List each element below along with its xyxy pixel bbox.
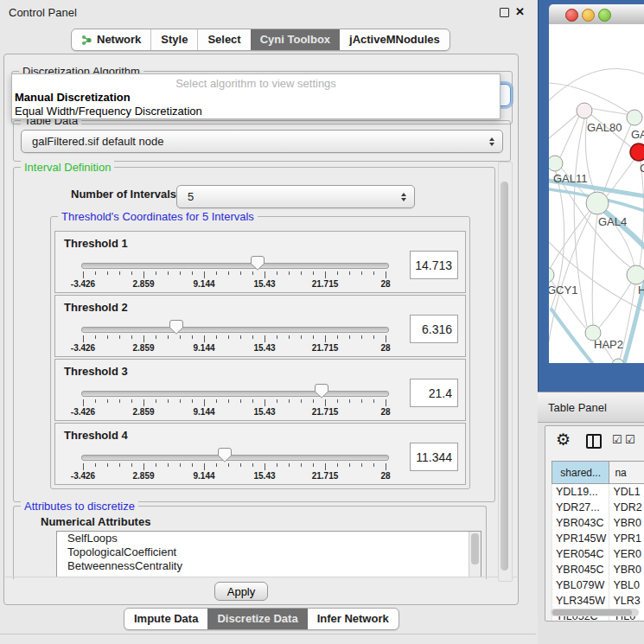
table-cell[interactable]: YBR043C xyxy=(552,515,609,531)
network-node-GAL80[interactable] xyxy=(577,103,592,118)
traffic-light-minimize[interactable] xyxy=(582,9,595,22)
network-edge[interactable] xyxy=(549,114,577,138)
table-row[interactable]: YDR27...YDR2 xyxy=(552,500,644,515)
table-column-header[interactable]: shared... xyxy=(552,462,609,484)
tick-label: 9.144 xyxy=(193,407,214,417)
threshold-slider-thumb[interactable] xyxy=(218,448,232,462)
tick-label: -3.426 xyxy=(71,279,95,289)
tick-mark xyxy=(361,399,362,403)
panel-scrollbar[interactable] xyxy=(498,162,513,582)
table-cell[interactable]: YPR145W xyxy=(552,531,609,546)
tick-mark xyxy=(277,271,277,275)
tab-network[interactable]: Network xyxy=(72,29,150,50)
float-window-icon[interactable] xyxy=(500,8,509,17)
tick-mark xyxy=(83,335,84,342)
table-row[interactable]: YER054CYER0 xyxy=(552,546,644,562)
table-cell[interactable]: YER0 xyxy=(609,546,644,562)
threshold-slider-thumb[interactable] xyxy=(315,384,328,399)
table-cell[interactable]: YBR0 xyxy=(609,515,644,531)
network-node-GCY1[interactable] xyxy=(549,267,554,283)
table-row[interactable]: YDL19...YDL1 xyxy=(552,484,644,501)
network-canvas[interactable]: GAL80GACGAL11GAL4GCY1HHAP2 xyxy=(549,24,644,363)
network-node-H-cut[interactable] xyxy=(627,265,644,284)
threshold-value-field[interactable]: 6.316 xyxy=(410,315,458,343)
threshold-value-field[interactable]: 21.4 xyxy=(410,379,458,407)
table-data-select[interactable]: galFiltered.sif default node xyxy=(21,130,503,153)
threshold-slider-thumb[interactable] xyxy=(251,256,265,271)
threshold-slider-track[interactable] xyxy=(81,391,389,397)
threshold-slider-thumb[interactable] xyxy=(169,320,183,335)
network-node-label: GAL11 xyxy=(553,172,588,185)
network-node-GAL11[interactable] xyxy=(549,156,563,171)
threshold-value-field[interactable]: 11.344 xyxy=(410,443,458,471)
table-row[interactable]: YBR045CYBR0 xyxy=(552,562,644,577)
network-window-titlebar[interactable] xyxy=(549,4,644,25)
network-graph[interactable]: GAL80GACGAL11GAL4GCY1HHAP2 xyxy=(549,24,644,363)
tab-jactivemnodules[interactable]: jActiveMNodules xyxy=(340,29,450,50)
table-cell[interactable]: YBR045C xyxy=(552,562,609,577)
table-row[interactable]: YBL079WYBL0 xyxy=(552,577,644,593)
table-row[interactable]: YBR043CYBR0 xyxy=(552,515,644,531)
tab-impute-data[interactable]: Impute Data xyxy=(124,609,207,629)
threshold-panel: Threshold 4-3.4262.8599.14415.4321.71528… xyxy=(54,423,466,485)
table-cell[interactable]: YDR27... xyxy=(552,500,609,515)
network-edge[interactable] xyxy=(589,108,631,115)
network-edge[interactable] xyxy=(599,282,632,328)
table-row[interactable]: YPR145WYPR1 xyxy=(552,531,644,546)
network-edge[interactable] xyxy=(550,211,590,269)
number-of-intervals-select[interactable]: 5 xyxy=(176,185,415,208)
checkbox-icon[interactable]: ☑ xyxy=(612,433,622,446)
table-hscrollbar[interactable] xyxy=(551,609,639,616)
attribute-list-item[interactable]: TopologicalCoefficient xyxy=(57,545,481,559)
checkbox-icon[interactable]: ☑ xyxy=(625,433,635,446)
tab-select[interactable]: Select xyxy=(197,29,250,50)
tick-label: 21.715 xyxy=(312,471,339,481)
tab-infer-network[interactable]: Infer Network xyxy=(308,609,399,629)
gear-icon[interactable]: ⚙ xyxy=(556,430,571,450)
network-node-red-node[interactable] xyxy=(630,143,644,161)
network-node-GAL4[interactable] xyxy=(586,192,609,214)
tick-mark xyxy=(204,335,205,342)
algorithm-option[interactable]: Manual Discretization xyxy=(12,91,500,105)
table-cell[interactable]: YPR1 xyxy=(609,531,644,546)
split-columns-icon[interactable] xyxy=(586,434,602,449)
tab-label: Select xyxy=(207,29,240,50)
tick-mark xyxy=(349,271,350,275)
divider xyxy=(5,577,517,577)
threshold-slider-track[interactable] xyxy=(81,263,389,269)
tab-discretize-data[interactable]: Discretize Data xyxy=(207,609,307,629)
table-cell[interactable]: YDL19... xyxy=(552,484,609,501)
table-cell[interactable]: YLR3 xyxy=(609,593,644,609)
table-cell[interactable]: YER054C xyxy=(552,546,609,562)
table-cell[interactable]: YLR345W xyxy=(552,593,609,609)
attribute-list-item[interactable]: SelfLoops xyxy=(57,532,481,545)
table-cell[interactable]: YDL1 xyxy=(609,484,644,501)
network-edge[interactable] xyxy=(560,116,579,157)
network-node-partial-bottom[interactable] xyxy=(612,359,624,363)
tick-mark xyxy=(277,463,277,467)
threshold-slider-track[interactable] xyxy=(81,327,389,333)
table-row[interactable]: YLR345WYLR3 xyxy=(552,593,644,609)
tick-label: 28 xyxy=(380,471,390,481)
attributes-scrollbar[interactable] xyxy=(469,532,481,577)
tab-style[interactable]: Style xyxy=(150,29,197,50)
attribute-list-item[interactable]: BetweennessCentrality xyxy=(57,559,481,573)
table-column-header[interactable]: na xyxy=(609,462,644,484)
apply-button[interactable]: Apply xyxy=(214,582,268,601)
threshold-slider-track[interactable] xyxy=(81,455,389,461)
table-cell[interactable]: YDR2 xyxy=(609,500,644,515)
network-edge[interactable] xyxy=(640,161,644,266)
threshold-value-field[interactable]: 14.713 xyxy=(410,251,458,279)
tab-cyni-toolbox[interactable]: Cyni Toolbox xyxy=(251,29,340,50)
close-icon[interactable]: ✕ xyxy=(515,5,525,18)
numerical-attributes-list[interactable]: SelfLoopsTopologicalCoefficientBetweenne… xyxy=(56,531,481,577)
algorithm-option[interactable]: Equal Width/Frequency Discretization xyxy=(12,105,500,118)
table-cell[interactable]: YBL0 xyxy=(609,577,644,593)
traffic-light-close[interactable] xyxy=(565,9,578,22)
tick-mark xyxy=(265,271,265,278)
traffic-light-zoom[interactable] xyxy=(598,9,611,22)
network-node-GA-cut[interactable] xyxy=(627,110,642,125)
tick-mark xyxy=(156,271,156,275)
table-cell[interactable]: YBR0 xyxy=(609,562,644,577)
table-cell[interactable]: YBL079W xyxy=(552,577,609,593)
